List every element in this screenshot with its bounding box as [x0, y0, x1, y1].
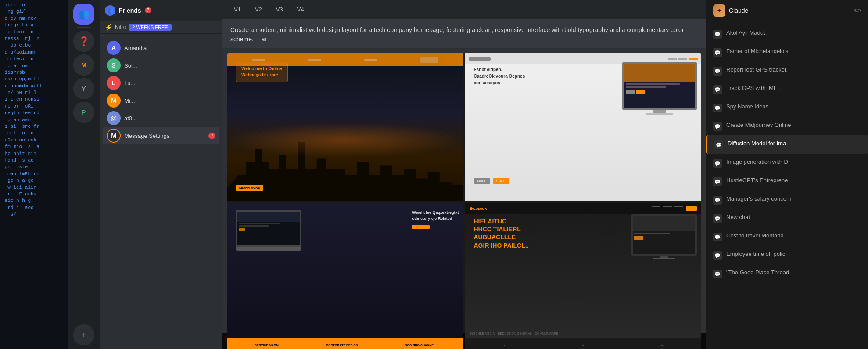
chat-icon-report-gps: 💬: [713, 67, 722, 76]
sidebar-item-hustle[interactable]: 💬 HustleGPT's Entreprene: [706, 172, 868, 191]
channel-name-sol: Sol...: [124, 62, 215, 69]
chat-icon-diffusion: 💬: [714, 140, 723, 149]
channel-name-lu: Lu...: [124, 80, 215, 86]
grid-cell-3[interactable]: Weaillt lee Qaqzektregtxtodinctory eje R…: [227, 203, 463, 349]
grid-cell-4[interactable]: ⬟ LUMION HIELAITUCHHCC TIALIERLAUBUACLLL…: [465, 203, 702, 349]
cell2-buttons: MORE START: [474, 178, 509, 184]
cell3-footer-bar: SERVICE MAGNI CORPORATE DESIGN BOOKING C…: [227, 338, 463, 349]
channel-info-at0: at0...: [124, 115, 215, 122]
image-grid-container: We­lco me to OnlineWebn­aga fe arorc LEA…: [222, 49, 706, 333]
server-icon-4[interactable]: P: [73, 102, 94, 123]
channel-item-at0[interactable]: @ at0...: [103, 109, 219, 127]
sidebar-item-track-gps[interactable]: 💬 Track GPS with IMEI.: [706, 80, 868, 98]
main-chat-area: V1 V2 V3 V4 Create a modern, minimalist …: [222, 0, 706, 349]
channel-list: A Amandla S Sol... L Lu... M Mi: [100, 34, 222, 349]
channel-name-msg: Message Settings: [124, 133, 205, 139]
cell2-description: Fshbt eldpen.CaadrcOk voura Oepnescon ae…: [474, 66, 525, 88]
nitro-label: Nitro: [115, 24, 126, 30]
sidebar-item-akol[interactable]: 💬 Akol Ayii Madut.: [706, 25, 868, 43]
channel-item-amandla[interactable]: A Amandla: [103, 39, 219, 57]
sidebar-label-track-gps: Track GPS with IMEI.: [726, 84, 861, 92]
channel-item-message-settings[interactable]: M Message Settings 7: [103, 127, 219, 144]
channel-unread-badge: 7: [145, 7, 152, 13]
chat-icon-midjourney: 💬: [713, 122, 722, 131]
image-display-area: We­lco me to OnlineWebn­aga fe arorc LEA…: [222, 49, 706, 349]
terminal-text: ibir n ng gi/ e cv nm ne/ frigr Li a e t…: [0, 0, 68, 220]
server-divider: [77, 27, 91, 28]
cell2-btn-grey[interactable]: MORE: [474, 178, 490, 184]
sidebar-label-akol: Akol Ayii Madut.: [726, 29, 861, 37]
cell4-footer-3: ●: [661, 344, 663, 347]
sidebar-item-good-place[interactable]: 💬 "The Good Place Thread: [706, 264, 868, 283]
cell4-bg: ⬟ LUMION HIELAITUCHHCC TIALIERLAUBUACLLL…: [465, 203, 702, 349]
server-icon-1[interactable]: ❓: [73, 31, 94, 52]
cell2-btn-orange[interactable]: START: [493, 178, 509, 184]
chat-icon-track-gps: 💬: [713, 85, 722, 94]
cell3-footer-3: BOOKING CHANNEL: [405, 344, 436, 347]
sidebar-label-cost-travel: Cost to travel Montana: [726, 232, 861, 240]
channel-item-sol[interactable]: S Sol...: [103, 57, 219, 74]
cell1-nav: [227, 53, 463, 66]
sidebar-item-diffusion[interactable]: 💬 Diffusion Model for Ima: [706, 135, 868, 154]
server-icon-add[interactable]: +: [73, 324, 94, 345]
sidebar-label-manager: Manager's salary concern: [726, 195, 861, 203]
server-icon-friends[interactable]: 👥: [73, 4, 94, 25]
channel-item-lu[interactable]: L Lu...: [103, 74, 219, 92]
channel-avatar-sol: S: [107, 58, 121, 72]
cell4-footer-1: ●: [503, 344, 505, 347]
cell2-monitor-area: [622, 62, 697, 119]
grid-cell-2[interactable]: Fshbt eldpen.CaadrcOk voura Oepnescon ae…: [465, 53, 702, 201]
sidebar-label-midjourney: Create Midjourney Online: [726, 121, 861, 129]
cell1-cta-button[interactable]: LEARN MORE: [236, 185, 263, 191]
channel-avatar-amandla: A: [107, 41, 121, 55]
cell4-nav: ⬟ LUMION: [465, 203, 702, 214]
grid-cell-1[interactable]: We­lco me to OnlineWebn­aga fe arorc LEA…: [227, 53, 463, 201]
right-sidebar-list: 💬 Akol Ayii Madut. 💬 Father of Michelang…: [706, 21, 868, 349]
sidebar-item-cost-travel[interactable]: 💬 Cost to travel Montana: [706, 227, 868, 246]
claude-logo: ✦: [713, 4, 725, 17]
server-icon-3[interactable]: Y: [73, 78, 94, 99]
sidebar-item-report-gps[interactable]: 💬 Report lost GPS tracker.: [706, 61, 868, 80]
sidebar-label-hustle: HustleGPT's Entreprene: [726, 176, 861, 184]
channel-item-mi[interactable]: M Mi...: [103, 92, 219, 109]
chat-icon-employee: 💬: [713, 251, 722, 260]
tab-v3[interactable]: V3: [272, 4, 287, 14]
cell3-footer-2: CORPORATE DESIGN: [326, 344, 358, 347]
chat-icon-image-gen: 💬: [713, 159, 722, 168]
channel-info-amandla: Amandla: [124, 45, 215, 51]
cell3-bg: Weaillt lee Qaqzektregtxtodinctory eje R…: [227, 203, 463, 349]
channel-avatar-msg: M: [107, 129, 121, 143]
sidebar-item-midjourney[interactable]: 💬 Create Midjourney Online: [706, 117, 868, 135]
tab-v1[interactable]: V1: [230, 4, 245, 14]
sidebar-item-manager[interactable]: 💬 Manager's salary concern: [706, 191, 868, 209]
channel-header-title: Friends: [119, 7, 141, 14]
channel-info-sol: Sol...: [124, 62, 215, 69]
tab-v4[interactable]: V4: [293, 4, 308, 14]
cell1-bg: We­lco me to OnlineWebn­aga fe arorc LEA…: [227, 53, 463, 201]
server-icon-2[interactable]: M: [73, 54, 94, 76]
sidebar-label-image-gen: Image generation with D: [726, 158, 861, 166]
discord-channel-panel: 👥 Friends 7 ⚡ Nitro 2 WEEKS FREE A Amand…: [100, 0, 222, 349]
sidebar-item-father[interactable]: 💬 Father of Michelangelo's: [706, 43, 868, 61]
right-sidebar-header: ✦ Claude ✏: [706, 0, 868, 21]
friends-icon: 👥: [105, 5, 115, 16]
sidebar-item-spy[interactable]: 💬 Spy Name Ideas.: [706, 98, 868, 117]
discord-server-sidebar: 👥 ❓ M Y P +: [68, 0, 100, 349]
channel-unread-count: 7: [208, 133, 215, 139]
channel-info-lu: Lu...: [124, 80, 215, 86]
sidebar-edit-icon[interactable]: ✏: [854, 6, 861, 15]
chat-icon-akol: 💬: [713, 30, 722, 39]
nitro-badge[interactable]: 2 WEEKS FREE: [129, 24, 171, 31]
sidebar-item-employee[interactable]: 💬 Employee time off polici: [706, 246, 868, 264]
nitro-icon: ⚡: [105, 24, 112, 31]
sidebar-item-image-gen[interactable]: 💬 Image generation with D: [706, 154, 868, 172]
cell4-footer-2: ●: [582, 344, 584, 347]
terminal-panel: ibir n ng gi/ e cv nm ne/ frigr Li a e t…: [0, 0, 68, 349]
prompt-text: Create a modern, minimalist web design l…: [230, 26, 684, 43]
tab-v2[interactable]: V2: [251, 4, 266, 14]
sidebar-label-employee: Employee time off polici: [726, 250, 861, 258]
chat-icon-cost-travel: 💬: [713, 233, 722, 241]
right-sidebar-title: Claude: [729, 7, 748, 14]
sidebar-label-report-gps: Report lost GPS tracker.: [726, 66, 861, 74]
sidebar-item-new-chat[interactable]: 💬 New chat: [706, 209, 868, 227]
